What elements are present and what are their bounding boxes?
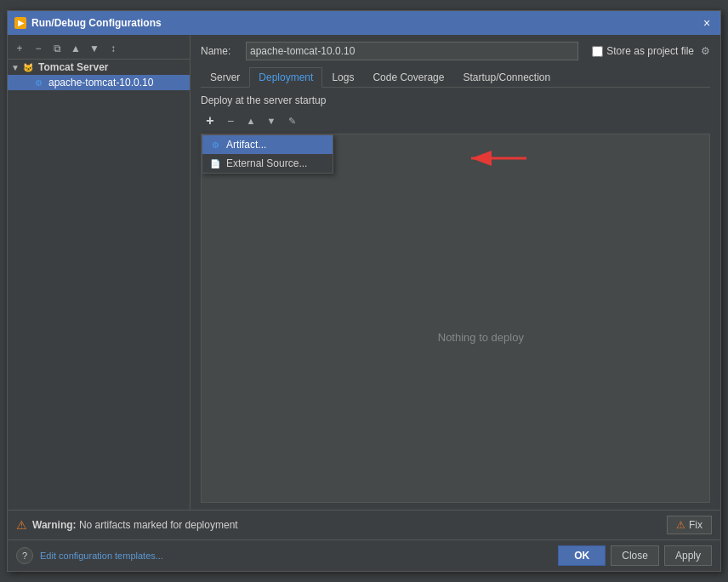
tomcat-icon: 🐱 xyxy=(21,61,35,73)
tab-logs[interactable]: Logs xyxy=(322,67,363,88)
close-dialog-button[interactable]: × xyxy=(700,16,714,30)
ok-button[interactable]: OK xyxy=(558,545,606,566)
artifact-icon: ⚙ xyxy=(209,139,221,151)
sort-button[interactable]: ↕ xyxy=(105,40,122,57)
annotation-arrow xyxy=(331,150,543,192)
main-content: + − ⧉ ▲ ▼ ↕ ▼ 🐱 Tomcat Server ⚙ apache-t… xyxy=(8,35,720,510)
deploy-title: Deploy at the server startup xyxy=(201,94,710,106)
add-config-button[interactable]: + xyxy=(11,40,28,57)
expand-icon: ▼ xyxy=(11,63,21,72)
close-button[interactable]: Close xyxy=(611,545,659,566)
copy-config-button[interactable]: ⧉ xyxy=(48,40,65,57)
sidebar-item-apache-tomcat[interactable]: ⚙ apache-tomcat-10.0.10 xyxy=(8,75,190,90)
tab-code-coverage[interactable]: Code Coverage xyxy=(363,67,453,88)
warning-detail: No artifacts marked for deployment xyxy=(79,519,238,531)
external-source-label: External Source... xyxy=(226,157,307,169)
warning-label: Warning: xyxy=(32,519,77,531)
nothing-to-deploy-label: Nothing to deploy xyxy=(438,330,524,343)
config-icon: ⚙ xyxy=(31,77,45,88)
remove-config-button[interactable]: − xyxy=(30,40,47,57)
settings-icon[interactable]: ⚙ xyxy=(701,45,710,57)
dialog-footer: ? Edit configuration templates... OK Clo… xyxy=(8,539,720,571)
tab-deployment[interactable]: Deployment xyxy=(249,67,322,88)
deploy-toolbar: + − ▲ ▼ ✎ xyxy=(201,111,710,130)
apache-tomcat-label: apache-tomcat-10.0.10 xyxy=(48,77,153,88)
add-dropdown-menu: ⚙ Artifact... 📄 External Source... xyxy=(202,134,333,174)
bottom-bar: ⚠ Warning: No artifacts marked for deplo… xyxy=(8,510,720,539)
store-label: Store as project file xyxy=(592,45,694,57)
move-up-button[interactable]: ▲ xyxy=(67,40,84,57)
warning-text: Warning: No artifacts marked for deploym… xyxy=(32,519,238,531)
apply-button[interactable]: Apply xyxy=(664,545,712,566)
fix-warning-icon: ⚠ xyxy=(676,519,685,531)
store-checkbox[interactable] xyxy=(592,46,603,57)
sidebar-section-tomcat[interactable]: ▼ 🐱 Tomcat Server xyxy=(8,60,190,75)
name-label: Name: xyxy=(201,45,239,57)
title-bar: ▶ Run/Debug Configurations × xyxy=(8,11,720,35)
add-deploy-button[interactable]: + xyxy=(201,111,219,130)
bottom-right: ⚠ Fix xyxy=(667,516,712,534)
tomcat-server-label: Tomcat Server xyxy=(38,61,108,73)
artifact-menu-item[interactable]: ⚙ Artifact... xyxy=(202,135,333,154)
edit-config-link[interactable]: Edit configuration templates... xyxy=(40,551,163,561)
move-up-deploy-button[interactable]: ▲ xyxy=(242,111,260,130)
artifact-label: Artifact... xyxy=(226,139,266,151)
external-source-icon: 📄 xyxy=(209,157,221,169)
remove-deploy-button[interactable]: − xyxy=(221,111,240,130)
tab-startup-connection[interactable]: Startup/Connection xyxy=(453,67,560,88)
tabs-bar: Server Deployment Logs Code Coverage Sta… xyxy=(201,67,710,88)
dialog-title: Run/Debug Configurations xyxy=(31,17,162,29)
store-label-text: Store as project file xyxy=(606,45,694,57)
name-input[interactable] xyxy=(246,42,578,60)
bottom-left: ⚠ Warning: No artifacts marked for deplo… xyxy=(16,518,238,532)
edit-deploy-button[interactable]: ✎ xyxy=(282,111,301,130)
dialog-icon: ▶ xyxy=(14,17,26,29)
main-panel: Name: Store as project file ⚙ Server Dep… xyxy=(191,35,720,510)
deploy-area: ⚙ Artifact... 📄 External Source... xyxy=(201,134,710,503)
footer-right: OK Close Apply xyxy=(558,545,712,566)
name-row: Name: Store as project file ⚙ xyxy=(201,42,710,60)
sidebar: + − ⧉ ▲ ▼ ↕ ▼ 🐱 Tomcat Server ⚙ apache-t… xyxy=(8,35,191,510)
warning-icon: ⚠ xyxy=(16,518,27,532)
fix-label: Fix xyxy=(689,519,702,531)
tab-server[interactable]: Server xyxy=(201,67,249,88)
move-down-deploy-button[interactable]: ▼ xyxy=(262,111,281,130)
external-source-menu-item[interactable]: 📄 External Source... xyxy=(202,154,333,173)
sidebar-toolbar: + − ⧉ ▲ ▼ ↕ xyxy=(8,38,190,60)
footer-left: ? Edit configuration templates... xyxy=(16,547,163,564)
run-debug-dialog: ▶ Run/Debug Configurations × + − ⧉ ▲ ▼ ↕… xyxy=(7,10,721,572)
fix-button[interactable]: ⚠ Fix xyxy=(667,516,712,534)
deployment-section: Deploy at the server startup + − ▲ ▼ ✎ ⚙… xyxy=(201,94,710,503)
move-down-button[interactable]: ▼ xyxy=(86,40,103,57)
title-bar-left: ▶ Run/Debug Configurations xyxy=(14,17,162,29)
help-button[interactable]: ? xyxy=(16,547,33,564)
